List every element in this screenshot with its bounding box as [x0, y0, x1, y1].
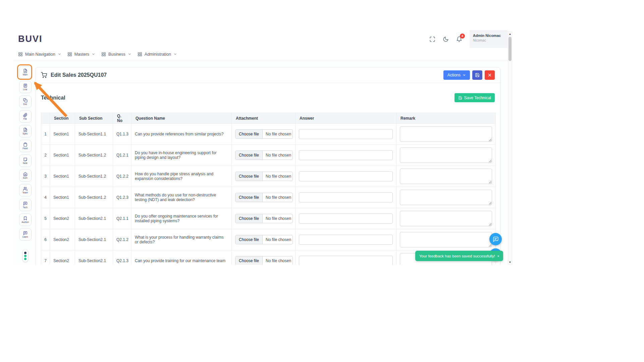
scroll-up-arrow[interactable]: ▲ [508, 32, 512, 36]
edit-sales-card: Edit Sales 2025QU107 Actions [35, 67, 500, 265]
remark-textarea[interactable] [400, 126, 492, 142]
success-toast: Your feedback has been saved successfull… [415, 251, 503, 261]
scroll-down-arrow[interactable]: ▼ [508, 260, 512, 264]
sidebar-item-label: Auction [21, 221, 29, 224]
remark-textarea[interactable] [400, 169, 492, 184]
sidebar-item-doc[interactable]: Doc [19, 96, 32, 108]
save-button[interactable] [472, 70, 482, 80]
sub-section-cell: Sub-Section2.1 [75, 208, 113, 229]
attachment-file-input[interactable]: Choose file No file chosen [235, 214, 293, 223]
attachment-cell: Choose file No file chosen [232, 145, 296, 166]
section-cell: Section2 [50, 250, 75, 265]
answer-input[interactable] [299, 171, 393, 181]
answer-input[interactable] [299, 192, 393, 202]
dark-mode-moon-icon[interactable] [443, 36, 449, 42]
chevron-down-icon [128, 52, 131, 56]
paperclip-icon [23, 113, 28, 117]
page-title: Edit Sales 2025QU107 [51, 72, 107, 78]
table-row: 3 Section1 Sub-Section1.2 Q1.2.2 How do … [41, 166, 496, 187]
scrollbar-thumb[interactable] [508, 37, 512, 61]
choose-file-button[interactable]: Choose file [235, 172, 263, 181]
sidebar-item-claim[interactable]: Claim [19, 228, 32, 241]
sidebar-item-label: Note [23, 162, 28, 165]
attachment-file-input[interactable]: Choose file No file chosen [235, 172, 293, 181]
sidebar-item-spec[interactable]: Spec [19, 125, 32, 137]
col-header-attachment: Attachment [232, 113, 296, 124]
sidebar-item-auction[interactable]: Auction [19, 214, 32, 226]
page-scrollbar[interactable]: ▲ ▼ [508, 31, 512, 265]
sidebar-item-feed[interactable]: Feed [19, 140, 32, 152]
attachment-file-input[interactable]: Choose file No file chosen [235, 150, 293, 160]
answer-input[interactable] [299, 129, 393, 139]
card-actions: Actions [443, 70, 495, 80]
row-number: 2 [41, 145, 50, 166]
sidebar-item-note[interactable]: Note [19, 155, 32, 167]
notifications-bell-icon[interactable]: 4 [456, 36, 462, 42]
attachment-file-input[interactable]: Choose file No file chosen [235, 129, 293, 139]
choose-file-button[interactable]: Choose file [235, 151, 263, 160]
sidebar-item-label: Feed [23, 147, 28, 150]
sidebar-item-label: Sum [23, 177, 27, 179]
attachment-cell: Choose file No file chosen [232, 187, 296, 208]
actions-button[interactable]: Actions [443, 70, 470, 80]
attachment-file-input[interactable]: Choose file No file chosen [235, 256, 293, 265]
sidebar-item-team[interactable]: Team [19, 184, 32, 196]
attachment-file-input[interactable]: Choose file No file chosen [235, 193, 293, 202]
menu-item-business[interactable]: Business [101, 52, 131, 57]
remark-textarea[interactable] [400, 232, 492, 247]
q-no-cell: Q2.1.3 [113, 250, 131, 265]
col-header-sub-section: Sub Section [75, 113, 113, 124]
close-button[interactable] [485, 70, 495, 80]
copy-icon [23, 98, 28, 103]
file-text-icon [23, 128, 28, 132]
choose-file-button[interactable]: Choose file [235, 256, 263, 265]
remark-cell [396, 145, 496, 166]
remark-textarea[interactable] [400, 211, 492, 226]
status-dot-green [24, 255, 26, 257]
row-number: 6 [41, 229, 50, 250]
toast-close-icon[interactable]: × [497, 254, 500, 258]
sidebar-item-tech[interactable]: Tech [19, 199, 32, 211]
chat-icon [23, 201, 28, 206]
menu-item-administration[interactable]: Administration [138, 52, 177, 57]
file-status-text: No file chosen [263, 216, 293, 221]
user-profile[interactable]: Admin Nicomac Nicomac [470, 30, 507, 48]
fullscreen-icon[interactable] [429, 36, 435, 42]
status-widget[interactable] [23, 250, 28, 262]
attachment-file-input[interactable]: Choose file No file chosen [235, 235, 293, 244]
sidebar-item-label: Tech [23, 206, 28, 209]
menu-item-masters[interactable]: Masters [67, 52, 95, 57]
answer-input[interactable] [299, 214, 393, 224]
save-technical-button[interactable]: Save Technical [454, 93, 495, 102]
sidebar-item-line[interactable]: Line [19, 81, 32, 93]
sidebar-item-sum[interactable]: Sum [19, 169, 32, 182]
sidebar-item-file[interactable]: File [19, 110, 32, 123]
menu-item-main-navigation[interactable]: Main Navigation [18, 52, 61, 57]
choose-file-button[interactable]: Choose file [235, 235, 263, 244]
answer-cell [296, 208, 396, 229]
question-name-cell: What is your process for handling warran… [131, 229, 232, 250]
attachment-cell: Choose file No file chosen [232, 229, 296, 250]
close-x-icon [487, 73, 492, 77]
choose-file-button[interactable]: Choose file [235, 193, 263, 202]
menu-item-label: Business [108, 52, 125, 57]
clipboard-icon [23, 142, 28, 147]
chat-fab-button[interactable] [489, 233, 502, 245]
section-cell: Section1 [50, 145, 75, 166]
remark-textarea[interactable] [400, 147, 492, 163]
actions-button-label: Actions [447, 73, 461, 77]
choose-file-button[interactable]: Choose file [235, 214, 263, 223]
scrollbar-track[interactable] [508, 36, 512, 260]
answer-input[interactable] [299, 235, 393, 245]
answer-input[interactable] [299, 150, 393, 160]
remark-textarea[interactable] [400, 190, 492, 205]
answer-input[interactable] [299, 256, 393, 265]
question-name-cell: Can you provide training for our mainten… [131, 250, 232, 265]
choose-file-button[interactable]: Choose file [235, 130, 263, 138]
row-number: 1 [41, 124, 50, 145]
menu-item-label: Administration [145, 52, 171, 57]
sub-section-cell: Sub-Section2.1 [75, 250, 113, 265]
table-row: 4 Section1 Sub-Section1.2 Q1.2.3 What me… [41, 187, 496, 208]
sidebar-item-main[interactable]: Main [19, 66, 32, 78]
table-row: 2 Section1 Sub-Section1.2 Q1.2.1 Do you … [41, 145, 496, 166]
